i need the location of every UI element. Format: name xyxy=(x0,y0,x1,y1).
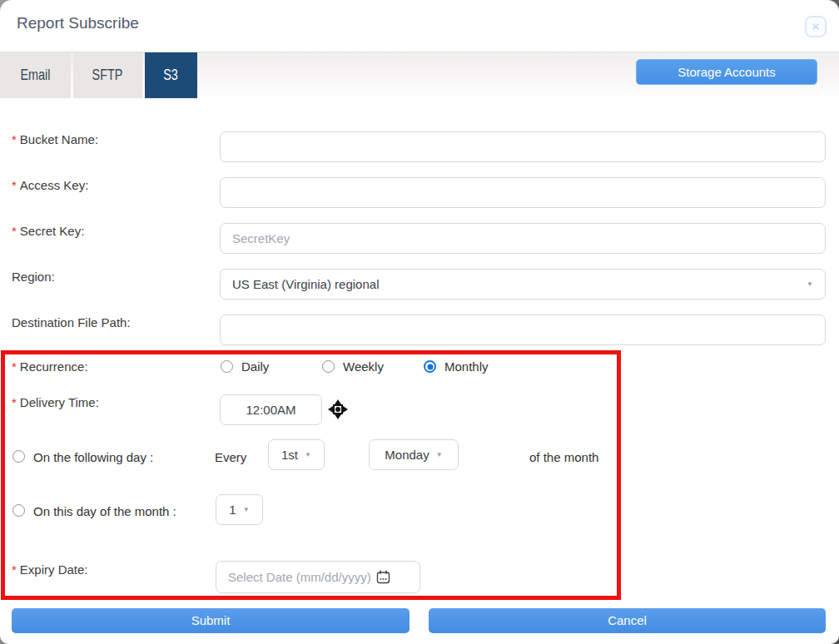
tab-s3[interactable]: S3 xyxy=(145,52,197,98)
access-key-label: *Access Key: xyxy=(12,178,88,192)
delivery-time-label: *Delivery Time: xyxy=(12,395,99,409)
tab-s3-label: S3 xyxy=(164,67,179,84)
required-marker: * xyxy=(12,359,17,374)
storage-accounts-button[interactable]: Storage Accounts xyxy=(636,59,817,85)
required-marker: * xyxy=(12,395,17,409)
close-icon[interactable]: × xyxy=(805,16,827,37)
secret-key-label: *Secret Key: xyxy=(12,224,84,238)
of-the-month-label: of the month xyxy=(529,450,598,464)
recurrence-daily-radio[interactable] xyxy=(221,360,233,373)
calendar-icon[interactable] xyxy=(376,570,390,584)
on-following-day-label[interactable]: On the following day : xyxy=(33,450,153,464)
submit-button[interactable]: Submit xyxy=(12,608,410,633)
every-label: Every xyxy=(215,450,246,464)
required-marker: * xyxy=(12,132,17,146)
chevron-down-icon: ▼ xyxy=(243,506,250,513)
destination-file-path-label: Destination File Path: xyxy=(12,315,131,329)
required-marker: * xyxy=(12,178,17,192)
recurrence-daily-label[interactable]: Daily xyxy=(241,359,269,374)
tab-sftp[interactable]: SFTP xyxy=(73,52,142,98)
bucket-name-label: *Bucket Name: xyxy=(12,132,98,146)
chevron-down-icon: ▼ xyxy=(807,280,813,288)
ordinal-select[interactable]: 1st ▼ xyxy=(268,439,325,470)
delivery-time-input[interactable] xyxy=(220,394,322,425)
access-key-input[interactable] xyxy=(220,177,826,208)
recurrence-label: *Recurrence: xyxy=(12,359,88,374)
expiry-date-input[interactable]: Select Date (mm/dd/yyyy) xyxy=(216,561,420,593)
expiry-date-label: *Expiry Date: xyxy=(12,562,88,577)
region-label: Region: xyxy=(12,270,55,284)
tab-sftp-label: SFTP xyxy=(92,67,123,84)
chevron-down-icon: ▼ xyxy=(436,451,443,458)
required-marker: * xyxy=(12,562,17,577)
on-day-of-month-label[interactable]: On this day of the month : xyxy=(33,504,176,518)
tab-email[interactable]: Email xyxy=(0,52,71,98)
region-select[interactable]: US East (Virginia) regional ▼ xyxy=(220,269,826,300)
tab-bar: Email SFTP S3 Storage Accounts xyxy=(0,52,839,97)
recurrence-weekly-radio[interactable] xyxy=(322,360,335,373)
destination-file-path-input[interactable] xyxy=(220,315,826,345)
cancel-button[interactable]: Cancel xyxy=(429,608,826,633)
report-subscribe-dialog: Report Subscribe × Email SFTP S3 Storage… xyxy=(0,0,839,644)
recurrence-weekly-label[interactable]: Weekly xyxy=(343,359,384,374)
day-of-month-select[interactable]: 1 ▼ xyxy=(216,494,263,525)
tab-email-label: Email xyxy=(20,67,50,84)
ordinal-value: 1st xyxy=(281,448,298,462)
required-marker: * xyxy=(12,224,17,238)
recurrence-monthly-radio[interactable] xyxy=(424,360,436,373)
weekday-value: Monday xyxy=(385,448,429,462)
day-of-month-value: 1 xyxy=(229,503,236,517)
expiry-date-placeholder: Select Date (mm/dd/yyyy) xyxy=(228,570,371,584)
on-day-of-month-radio[interactable] xyxy=(12,504,25,517)
on-following-day-radio[interactable] xyxy=(12,450,25,463)
bucket-name-input[interactable] xyxy=(220,131,826,162)
region-value: US East (Virginia) regional xyxy=(232,277,379,291)
recurrence-monthly-label[interactable]: Monthly xyxy=(444,359,489,374)
time-picker-move-icon[interactable] xyxy=(328,399,348,419)
dialog-title: Report Subscribe xyxy=(17,14,139,32)
chevron-down-icon: ▼ xyxy=(305,451,311,458)
weekday-select[interactable]: Monday ▼ xyxy=(369,439,459,470)
secret-key-input[interactable] xyxy=(220,223,826,254)
